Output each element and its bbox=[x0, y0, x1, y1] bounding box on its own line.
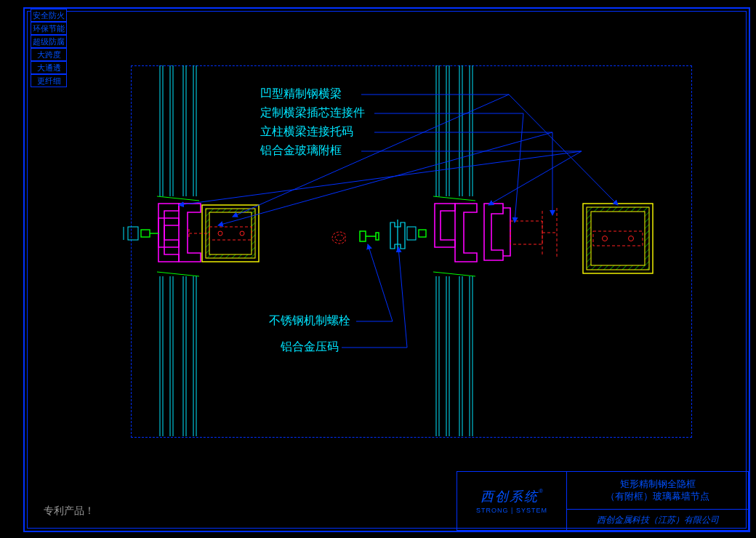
brand-name: 西创系统 bbox=[480, 489, 539, 504]
label-bot1: 不锈钢机制螺栓 bbox=[269, 314, 350, 326]
registered-icon: ® bbox=[539, 488, 543, 494]
label-top2: 定制横梁插芯连接件 bbox=[260, 106, 365, 119]
brand-cell: 西创系统® STRONG | SYSTEM bbox=[457, 472, 567, 530]
svg-rect-32 bbox=[360, 231, 366, 241]
left-mullion-assembly bbox=[124, 65, 259, 436]
cad-drawing: 凹型精制钢横梁 定制横梁插芯连接件 立柱横梁连接托码 铝合金玻璃附框 不锈钢机制… bbox=[0, 0, 756, 538]
svg-rect-59 bbox=[407, 227, 416, 240]
label-top1: 凹型精制钢横梁 bbox=[260, 87, 342, 100]
drawing-title-l2: （有附框）玻璃幕墙节点 bbox=[606, 491, 709, 503]
svg-rect-34 bbox=[376, 233, 379, 240]
drawing-title: 矩形精制钢全隐框 （有附框）玻璃幕墙节点 bbox=[567, 472, 748, 510]
canvas: 安全防火 环保节能 超级防腐 大跨度 大通透 更纤细 bbox=[0, 0, 756, 538]
svg-line-18 bbox=[157, 272, 199, 276]
patent-note: 专利产品！ bbox=[44, 505, 94, 518]
svg-line-53 bbox=[433, 272, 475, 276]
svg-rect-27 bbox=[141, 230, 150, 237]
company-name: 西创金属科技（江苏）有限公司 bbox=[567, 510, 748, 530]
svg-rect-54 bbox=[510, 221, 542, 244]
svg-rect-29 bbox=[128, 227, 138, 240]
svg-rect-21 bbox=[209, 212, 252, 254]
label-top4: 铝合金玻璃附框 bbox=[260, 144, 342, 156]
right-steel-box bbox=[583, 204, 653, 273]
svg-line-17 bbox=[157, 196, 199, 201]
brand-eng: STRONG | SYSTEM bbox=[476, 507, 547, 514]
svg-rect-62 bbox=[591, 212, 645, 265]
svg-line-52 bbox=[433, 196, 475, 201]
svg-rect-58 bbox=[419, 230, 426, 237]
right-mullion-assembly bbox=[407, 65, 557, 436]
title-block: 西创系统® STRONG | SYSTEM 矩形精制钢全隐框 （有附框）玻璃幕墙… bbox=[457, 471, 749, 531]
label-bot2: 铝合金压码 bbox=[280, 340, 339, 353]
label-top3: 立柱横梁连接托码 bbox=[260, 125, 353, 137]
svg-point-31 bbox=[335, 235, 344, 241]
drawing-title-l1: 矩形精制钢全隐框 bbox=[620, 478, 696, 491]
